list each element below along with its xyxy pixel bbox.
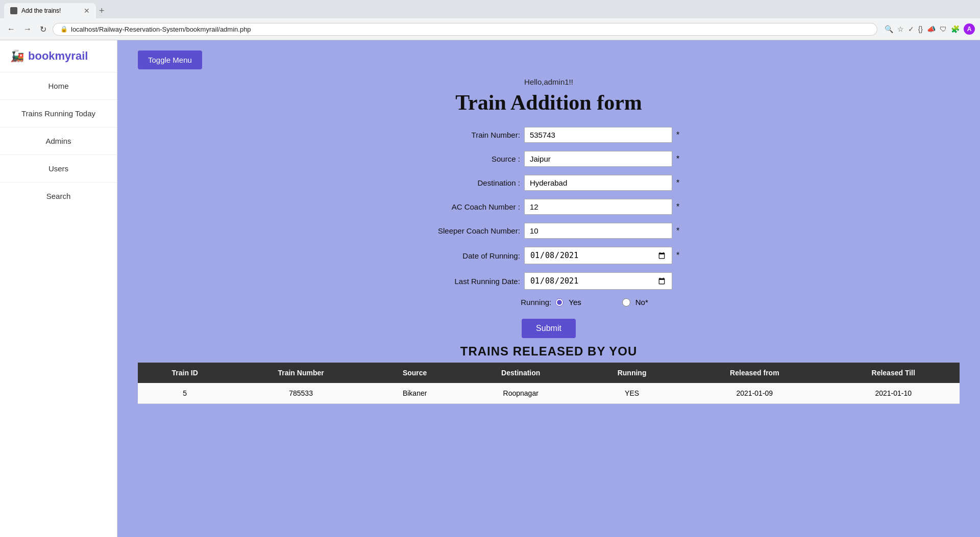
running-yes-item: Yes (555, 298, 581, 306)
cell-train-number: 785533 (232, 383, 370, 404)
tab-favicon (10, 7, 17, 14)
new-tab-button[interactable]: + (96, 6, 108, 16)
date-of-running-row: Date of Running: * (138, 247, 960, 264)
date-of-running-required: * (676, 251, 679, 260)
trains-released-title: TRAINS RELEASED BY YOU (138, 344, 960, 359)
train-number-required: * (676, 131, 679, 140)
lock-icon: 🔒 (60, 25, 68, 33)
last-running-date-label: Last Running Date: (418, 277, 520, 286)
col-train-number: Train Number (232, 363, 370, 383)
running-yes-label: Yes (569, 298, 581, 306)
source-input[interactable] (524, 151, 672, 167)
cell-train-id: 5 (138, 383, 232, 404)
app-container: 🚂 bookmyrail Home Trains Running Today A… (0, 40, 980, 537)
trains-table-head: Train ID Train Number Source Destination… (138, 363, 960, 383)
trains-table-body: 5 785533 Bikaner Roopnagar YES 2021-01-0… (138, 383, 960, 404)
destination-label: Destination : (418, 178, 520, 187)
hello-text: Hello,admin1!! (138, 78, 960, 86)
reload-button[interactable]: ↻ (38, 23, 48, 35)
sidebar-item-trains-running-today[interactable]: Trains Running Today (0, 99, 117, 127)
col-source: Source (370, 363, 460, 383)
sleeper-coach-row: Sleeper Coach Number: * (138, 223, 960, 239)
ac-coach-required: * (676, 202, 679, 212)
browser-chrome: Add the trains! ✕ + ← → ↻ 🔒 localhost/Ra… (0, 0, 980, 40)
logo-text: bookmyrail (28, 49, 88, 63)
col-released-till: Released Till (827, 363, 960, 383)
last-running-date-row: Last Running Date: * (138, 272, 960, 290)
cell-running: YES (582, 383, 682, 404)
shield-icon: 🛡 (940, 25, 947, 33)
destination-required: * (676, 178, 679, 188)
col-destination: Destination (460, 363, 582, 383)
cell-destination: Roopnagar (460, 383, 582, 404)
sidebar-item-users[interactable]: Users (0, 155, 117, 182)
cell-source: Bikaner (370, 383, 460, 404)
code-icon: {} (918, 25, 923, 33)
running-no-radio[interactable] (622, 298, 630, 306)
address-bar-row: ← → ↻ 🔒 localhost/Railway-Reservation-Sy… (0, 18, 980, 40)
date-of-running-label: Date of Running: (418, 251, 520, 260)
source-label: Source : (418, 155, 520, 163)
source-required: * (676, 155, 679, 164)
col-train-id: Train ID (138, 363, 232, 383)
running-label: Running: (449, 298, 551, 306)
submit-button[interactable]: Submit (522, 319, 576, 338)
running-no-label: No* (635, 298, 648, 306)
tab-bar: Add the trains! ✕ + (0, 0, 980, 18)
main-content: Toggle Menu Hello,admin1!! Train Additio… (117, 40, 980, 537)
table-row: 5 785533 Bikaner Roopnagar YES 2021-01-0… (138, 383, 960, 404)
source-row: Source : * (138, 151, 960, 167)
sidebar-item-search[interactable]: Search (0, 182, 117, 210)
running-no-item: No* (622, 298, 648, 306)
tab-close-button[interactable]: ✕ (84, 7, 90, 15)
trains-table-header-row: Train ID Train Number Source Destination… (138, 363, 960, 383)
forward-button[interactable]: → (21, 23, 34, 35)
col-released-from: Released from (682, 363, 827, 383)
trains-released-table: Train ID Train Number Source Destination… (138, 363, 960, 404)
train-number-input[interactable] (524, 127, 672, 143)
running-yes-radio[interactable] (555, 298, 564, 306)
checkmark-icon: ✓ (908, 25, 914, 33)
ac-coach-row: AC Coach Number : * (138, 199, 960, 215)
train-number-label: Train Number: (418, 131, 520, 139)
submit-row: Submit (138, 315, 960, 338)
cell-released-till: 2021-01-10 (827, 383, 960, 404)
sidebar-item-admins[interactable]: Admins (0, 127, 117, 155)
address-bar[interactable]: 🔒 localhost/Railway-Reservation-System/b… (53, 23, 877, 36)
sidebar-item-home[interactable]: Home (0, 72, 117, 99)
ac-coach-input[interactable] (524, 199, 672, 215)
toggle-menu-button[interactable]: Toggle Menu (138, 50, 202, 69)
running-radio-group: Yes No* (555, 298, 648, 306)
tab-title: Add the trains! (21, 7, 61, 14)
col-running: Running (582, 363, 682, 383)
sleeper-coach-required: * (676, 226, 679, 236)
sidebar-logo: 🚂 bookmyrail (0, 40, 117, 72)
date-of-running-input[interactable] (524, 247, 672, 264)
sleeper-coach-input[interactable] (524, 223, 672, 239)
active-tab[interactable]: Add the trains! ✕ (4, 3, 96, 18)
sleeper-coach-label: Sleeper Coach Number: (418, 226, 520, 235)
cell-released-from: 2021-01-09 (682, 383, 827, 404)
profile-icon[interactable]: A (964, 23, 975, 35)
extensions-icon: 🧩 (951, 25, 960, 33)
zoom-icon: 🔍 (885, 25, 893, 33)
destination-row: Destination : * (138, 175, 960, 191)
train-number-row: Train Number: * (138, 127, 960, 143)
train-icon: 🚂 (10, 49, 24, 63)
sidebar-nav: Home Trains Running Today Admins Users S… (0, 72, 117, 210)
last-running-date-input[interactable] (524, 272, 672, 290)
sidebar: 🚂 bookmyrail Home Trains Running Today A… (0, 40, 117, 537)
form-title: Train Addition form (138, 90, 960, 115)
back-button[interactable]: ← (5, 23, 17, 35)
star-icon: ☆ (897, 25, 904, 33)
url-text: localhost/Railway-Reservation-System/boo… (71, 25, 251, 33)
megaphone-icon: 📣 (927, 25, 936, 33)
ac-coach-label: AC Coach Number : (418, 202, 520, 211)
toolbar-icons: 🔍 ☆ ✓ {} 📣 🛡 🧩 A (885, 23, 975, 35)
destination-input[interactable] (524, 175, 672, 191)
running-row: Running: Yes No* (138, 298, 960, 306)
train-addition-form: Train Number: * Source : * Destination :… (138, 127, 960, 338)
